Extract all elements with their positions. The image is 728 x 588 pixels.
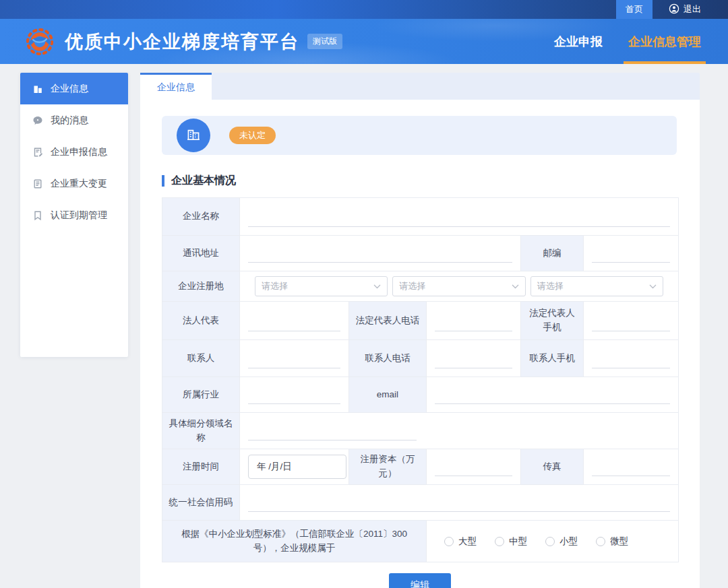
field-label-contact-phone: 联系人电话	[349, 340, 427, 377]
field-label-postal-code: 邮编	[521, 236, 584, 271]
company-avatar	[177, 119, 210, 152]
chevron-down-icon	[373, 284, 381, 289]
section-title-text: 企业基本情况	[171, 174, 236, 188]
radio-option-medium[interactable]: 中型	[495, 535, 527, 548]
building-icon	[185, 125, 202, 145]
postal-code-input[interactable]	[584, 236, 679, 271]
section-title-bar	[162, 175, 164, 187]
field-label-legal-rep-phone: 法定代表人电话	[349, 302, 427, 340]
registration-time-cell: 年 /月/日	[240, 449, 349, 485]
table-row: 联系人 联系人电话 联系人手机	[162, 340, 679, 377]
section-title: 企业基本情况	[162, 174, 677, 188]
radio-label: 大型	[458, 535, 477, 548]
radio-label: 小型	[559, 535, 578, 548]
legal-rep-phone-input[interactable]	[427, 302, 521, 340]
chevron-down-icon	[649, 284, 657, 289]
table-row: 注册时间 年 /月/日 注册资本（万元） 传真	[162, 449, 679, 485]
field-label-industry: 所属行业	[162, 377, 240, 413]
bookmark-icon	[32, 210, 43, 221]
sidebar-item-label: 我的消息	[51, 115, 88, 127]
subdivision-field-input[interactable]	[240, 413, 679, 449]
radio-option-micro[interactable]: 微型	[596, 535, 628, 548]
table-row: 企业注册地 请选择 请选择	[162, 271, 679, 302]
field-label-registered-capital: 注册资本（万元）	[349, 449, 427, 485]
legal-representative-input[interactable]	[240, 302, 349, 340]
table-row: 根据《中小企业划型标准》（工信部联企业〔2011〕300号），企业规模属于 大型…	[162, 521, 679, 562]
radio-option-small[interactable]: 小型	[545, 535, 578, 548]
field-label-mail-address: 通讯地址	[162, 236, 240, 271]
sidebar-item-major-changes[interactable]: 企业重大变更	[20, 168, 128, 199]
select-placeholder: 请选择	[262, 280, 288, 292]
province-select[interactable]: 请选择	[255, 276, 388, 296]
table-row: 企业名称	[162, 198, 679, 236]
edit-button[interactable]: 编辑	[389, 573, 451, 588]
field-label-registration-place: 企业注册地	[162, 271, 240, 302]
panel-body: 未认定 企业基本情况 企业名称 通讯地址	[140, 100, 700, 588]
edit-button-row: 编辑	[162, 573, 678, 588]
table-row: 所属行业 email	[162, 377, 679, 413]
version-badge: 测试版	[307, 34, 342, 49]
contact-person-input[interactable]	[240, 340, 349, 377]
credit-code-input[interactable]	[240, 485, 679, 521]
fax-input[interactable]	[584, 449, 679, 485]
select-placeholder: 请选择	[537, 280, 564, 292]
radio-label: 微型	[610, 535, 628, 548]
field-label-subdivision-field: 具体细分领域名称	[162, 413, 240, 449]
sidebar-item-certification-expiry[interactable]: 认证到期管理	[20, 199, 128, 231]
field-label-fax: 传真	[521, 449, 584, 485]
sidebar-item-my-messages[interactable]: 我的消息	[20, 104, 128, 136]
contact-mobile-input[interactable]	[584, 340, 679, 377]
logout-button[interactable]: 退出	[669, 3, 701, 16]
field-label-contact-mobile: 联系人手机	[521, 340, 584, 377]
document-icon	[32, 178, 43, 189]
platform-title: 优质中小企业梯度培育平台	[65, 30, 299, 54]
registered-capital-input[interactable]	[427, 449, 521, 485]
field-label-email: email	[349, 377, 427, 413]
company-status-banner: 未认定	[162, 116, 677, 155]
email-input[interactable]	[427, 377, 679, 413]
radio-option-large[interactable]: 大型	[444, 535, 477, 548]
page-background: 企业信息 我的消息 企业申报信息	[0, 64, 728, 588]
radio-label: 中型	[509, 535, 527, 548]
select-placeholder: 请选择	[399, 280, 425, 292]
field-label-legal-rep-mobile: 法定代表人手机	[521, 302, 584, 340]
radio-circle-icon	[495, 537, 504, 546]
district-select[interactable]: 请选择	[530, 276, 663, 296]
home-button[interactable]: 首页	[616, 0, 653, 19]
radio-circle-icon	[545, 537, 555, 546]
field-label-company-name: 企业名称	[162, 198, 240, 236]
field-label-enterprise-scale: 根据《中小企业划型标准》（工信部联企业〔2011〕300号），企业规模属于	[162, 521, 427, 562]
active-nav-underline	[624, 61, 706, 64]
registration-date-input[interactable]: 年 /月/日	[248, 455, 346, 479]
message-icon	[32, 115, 43, 126]
table-row: 通讯地址 邮编	[162, 236, 679, 271]
company-name-input[interactable]	[240, 198, 679, 236]
header-nav: 企业申报 企业信息管理	[554, 19, 701, 64]
document-edit-icon	[32, 147, 43, 158]
nav-enterprise-declaration[interactable]: 企业申报	[554, 19, 603, 64]
industry-input[interactable]	[240, 377, 349, 413]
enterprise-basic-info-table: 企业名称 通讯地址 邮编 企业注册地	[162, 197, 679, 562]
main-panel: 企业信息 未认定 企业基本情况	[140, 73, 700, 588]
table-row: 法人代表 法定代表人电话 法定代表人手机	[162, 302, 679, 340]
tab-enterprise-info[interactable]: 企业信息	[140, 73, 212, 100]
sidebar: 企业信息 我的消息 企业申报信息	[20, 73, 128, 357]
radio-circle-icon	[596, 537, 605, 546]
table-row: 统一社会信用码	[162, 485, 679, 521]
user-icon	[669, 3, 679, 16]
sidebar-item-label: 企业信息	[51, 83, 88, 95]
logout-label: 退出	[684, 3, 701, 15]
sidebar-item-label: 企业重大变更	[51, 178, 107, 190]
contact-phone-input[interactable]	[427, 340, 521, 377]
city-select[interactable]: 请选择	[392, 276, 525, 296]
registration-place-cell: 请选择 请选择	[240, 271, 679, 302]
legal-rep-mobile-input[interactable]	[584, 302, 679, 340]
sidebar-item-declaration-info[interactable]: 企业申报信息	[20, 136, 128, 168]
platform-logo-icon	[24, 26, 55, 57]
app-header: 优质中小企业梯度培育平台 测试版 企业申报 企业信息管理	[0, 19, 728, 64]
nav-enterprise-info-management[interactable]: 企业信息管理	[628, 19, 701, 64]
sidebar-item-label: 企业申报信息	[51, 146, 107, 158]
sidebar-item-enterprise-info[interactable]: 企业信息	[20, 73, 128, 104]
field-label-registration-time: 注册时间	[162, 449, 240, 485]
mail-address-input[interactable]	[240, 236, 521, 271]
